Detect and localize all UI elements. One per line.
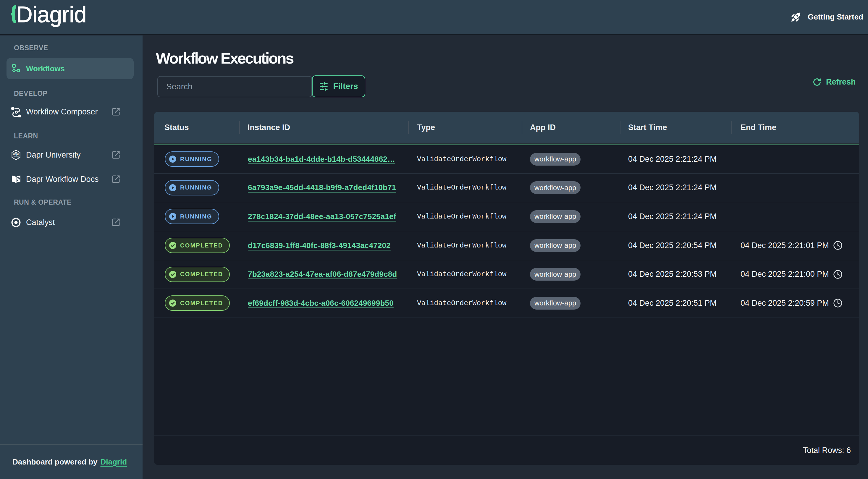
svg-text:dapr: dapr: [13, 153, 19, 156]
svg-text:University: University: [13, 156, 19, 158]
